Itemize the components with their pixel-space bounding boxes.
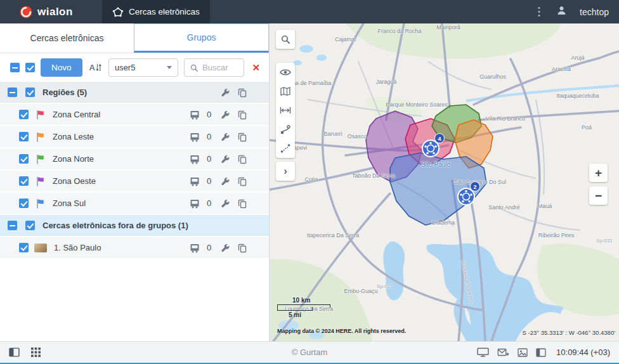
group-items: Zona Central 0 Zona Leste	[0, 104, 269, 214]
group-header-row[interactable]: Cercas eletrônicas fora de grupos (1)	[0, 215, 269, 236]
expand-tools-button[interactable]	[276, 162, 295, 181]
geofence-row[interactable]: Zona Oeste 0	[0, 171, 269, 192]
monitor-icon[interactable]	[477, 348, 489, 357]
status-bar: © Gurtam	[0, 341, 619, 363]
units-icon	[190, 243, 200, 253]
map-canvas[interactable]	[270, 23, 619, 341]
geofence-row[interactable]: Zona Leste 0	[0, 126, 269, 147]
geofence-name: Zona Norte	[53, 154, 190, 164]
geofence-icon	[112, 6, 124, 18]
geofence-checkbox[interactable]	[19, 110, 29, 119]
top-bar: wialon Cercas eletrônicas techtop	[0, 0, 619, 23]
scale-mi-label: 5 mi	[289, 311, 330, 318]
wrench-icon[interactable]	[220, 110, 230, 120]
wrench-icon[interactable]	[220, 243, 230, 253]
sort-button[interactable]: A	[88, 63, 103, 72]
geofence-name: Zona Central	[53, 110, 190, 119]
copy-icon[interactable]	[237, 176, 247, 186]
units-count: 0	[207, 110, 213, 119]
send-message-icon[interactable]	[497, 348, 509, 357]
cluster-count-badge: 2	[470, 181, 480, 192]
more-menu-icon[interactable]	[535, 6, 544, 18]
group-collapse-toggle[interactable]	[8, 88, 17, 97]
sort-letter: A	[89, 63, 95, 72]
geofence-name: Zona Sul	[53, 198, 190, 208]
geofence-thumbnail	[34, 244, 47, 252]
zoom-out-button[interactable]: −	[589, 186, 608, 205]
geofence-cluster-marker[interactable]: 2	[453, 182, 481, 210]
units-icon	[190, 132, 200, 142]
geofence-row[interactable]: Zona Sul 0	[0, 193, 269, 214]
clock: 10:09:44 (+03)	[556, 348, 610, 357]
flag-icon	[36, 154, 46, 164]
wrench-icon[interactable]	[220, 176, 230, 186]
user-icon[interactable]	[556, 5, 567, 18]
copy-icon[interactable]	[237, 154, 247, 164]
zoom-in-button[interactable]: +	[589, 164, 608, 182]
app-tab-label: Cercas eletrônicas	[129, 7, 200, 16]
username[interactable]: techtop	[580, 7, 609, 17]
geofence-name: Zona Leste	[53, 132, 190, 141]
copy-icon[interactable]	[237, 243, 247, 253]
wrench-icon[interactable]	[220, 198, 230, 209]
geofence-cluster-marker[interactable]: 4	[418, 134, 446, 162]
clear-search-icon[interactable]	[252, 62, 260, 74]
measure-distance-button[interactable]	[276, 101, 295, 120]
tab-geofences[interactable]: Cercas eletrônicas	[0, 23, 134, 53]
units-icon	[190, 176, 200, 186]
cluster-count-badge: 4	[434, 133, 445, 143]
card-panel-icon[interactable]	[536, 348, 546, 357]
visibility-button[interactable]	[276, 63, 295, 82]
map-tools-group	[276, 63, 295, 158]
group-collapse-toggle[interactable]	[8, 221, 17, 230]
copy-icon[interactable]	[237, 88, 247, 98]
logo-wordmark: wialon	[37, 6, 73, 18]
new-group-button[interactable]: Novo	[41, 58, 82, 77]
track-points-button[interactable]	[276, 139, 295, 158]
user-filter-select[interactable]: user5	[108, 58, 178, 77]
geofence-checkbox[interactable]	[19, 176, 29, 186]
active-app-tab-geofences[interactable]: Cercas eletrônicas	[102, 0, 210, 23]
map-search-button[interactable]	[276, 30, 295, 49]
routing-button[interactable]	[276, 120, 295, 139]
geofence-row[interactable]: Zona Central 0	[0, 104, 269, 125]
map-layers-button[interactable]	[276, 82, 295, 101]
geofence-checkbox[interactable]	[19, 154, 29, 164]
geofence-group: Cercas eletrônicas fora de grupos (1) 1.…	[0, 215, 269, 258]
collapse-panel-icon[interactable]	[9, 348, 20, 357]
eye-icon	[280, 68, 291, 76]
geofence-checkbox[interactable]	[19, 243, 29, 252]
units-count: 0	[207, 154, 213, 164]
geofence-checkbox[interactable]	[19, 198, 29, 208]
wrench-icon[interactable]	[220, 154, 230, 164]
route-icon	[280, 124, 290, 134]
map-attribution: Mapping data © 2024 HERE. All rights res…	[277, 328, 406, 334]
image-icon[interactable]	[518, 348, 528, 357]
map-container[interactable]: CajamarFranco da RochaMairiporãArujáArac…	[270, 23, 619, 341]
group-checkbox[interactable]	[25, 221, 35, 230]
search-input[interactable]	[202, 63, 238, 72]
user-filter-value: user5	[115, 63, 136, 72]
wrench-icon[interactable]	[220, 88, 230, 98]
tab-groups[interactable]: Grupos	[134, 23, 269, 53]
scale-km-label: 10 km	[292, 297, 330, 304]
units-icon	[190, 154, 200, 164]
copy-icon[interactable]	[237, 198, 247, 209]
geofence-row[interactable]: 1. São Paulo 0	[0, 237, 269, 258]
copy-icon[interactable]	[237, 132, 247, 142]
units-count: 0	[207, 132, 213, 141]
geofence-checkbox[interactable]	[19, 132, 29, 141]
wialon-logo: wialon	[19, 5, 73, 19]
copy-icon[interactable]	[237, 110, 247, 120]
map-icon	[280, 86, 290, 96]
select-all-checkbox[interactable]	[25, 63, 35, 72]
search-icon	[280, 34, 290, 44]
geofence-row[interactable]: Zona Norte 0	[0, 148, 269, 169]
wrench-icon[interactable]	[220, 132, 230, 142]
group-checkbox[interactable]	[25, 88, 35, 97]
group-header-row[interactable]: Regiões (5)	[0, 82, 269, 103]
units-icon	[190, 198, 200, 209]
search-box	[184, 58, 244, 77]
apps-grid-icon[interactable]	[31, 348, 41, 357]
select-all-indeterminate-checkbox[interactable]	[10, 63, 20, 72]
